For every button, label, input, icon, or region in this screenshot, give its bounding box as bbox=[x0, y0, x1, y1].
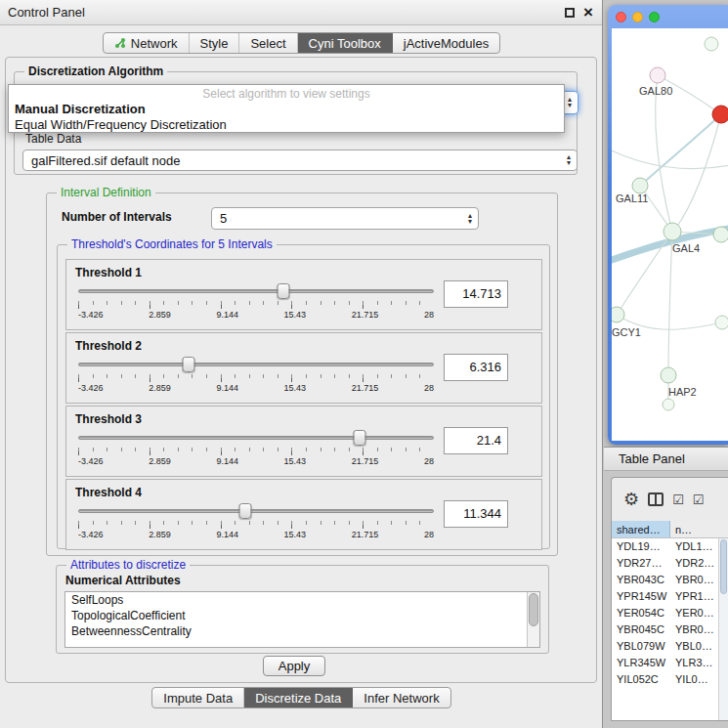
tab-style[interactable]: Style bbox=[190, 33, 240, 53]
table-row[interactable]: YBR043C YBR0… bbox=[612, 572, 718, 588]
slider-ticks bbox=[78, 301, 434, 309]
tick-label: 15.43 bbox=[284, 456, 307, 466]
slider-ticks bbox=[78, 521, 434, 529]
table-row[interactable]: YPR145W YPR1… bbox=[612, 588, 718, 605]
table-row[interactable]: YDL19… YDL1… bbox=[612, 538, 718, 555]
scrollbar-thumb[interactable] bbox=[529, 593, 538, 626]
threshold-value-field[interactable]: 11.344 bbox=[444, 500, 508, 528]
tab-discretize-data[interactable]: Discretize Data bbox=[244, 688, 353, 707]
list-item[interactable]: BetweennessCentrality bbox=[65, 623, 539, 639]
slider-thumb[interactable] bbox=[278, 283, 290, 299]
table-data-label: Table Data bbox=[25, 132, 81, 146]
node-label: GCY1 bbox=[612, 326, 641, 338]
control-panel-titlebar: Control Panel × bbox=[0, 0, 602, 25]
tab-cyni-toolbox[interactable]: Cyni Toolbox bbox=[298, 33, 393, 53]
numerical-attributes-list: SelfLoops TopologicalCoefficient Between… bbox=[64, 591, 540, 648]
table-row[interactable]: YDR27… YDR2… bbox=[612, 555, 718, 572]
combo-stepper-icon[interactable]: ▴▾ bbox=[568, 97, 578, 108]
threshold-value-field[interactable]: 14.713 bbox=[444, 280, 508, 308]
select-all-checkbox-icon[interactable]: ☑ bbox=[672, 493, 684, 506]
network-window: GAL80 GAL11 GAL4 GCY1 HAP2 bbox=[608, 5, 728, 445]
node-label: HAP2 bbox=[668, 386, 697, 398]
threshold-panel: Threshold 4 -3.426 2.859 9.144 bbox=[65, 479, 542, 550]
traffic-light-close-icon[interactable] bbox=[616, 12, 626, 22]
column-header-shared-name[interactable]: shared… bbox=[612, 521, 670, 537]
threshold-slider[interactable] bbox=[78, 282, 434, 300]
tick-label: 28 bbox=[424, 310, 434, 320]
apply-button[interactable]: Apply bbox=[263, 656, 325, 676]
tick-label: 2.859 bbox=[149, 456, 171, 466]
tab-label: Network bbox=[131, 36, 178, 51]
table-row[interactable]: YBR045C YBR0… bbox=[612, 621, 718, 638]
network-canvas[interactable]: GAL80 GAL11 GAL4 GCY1 HAP2 bbox=[612, 28, 728, 441]
tab-impute-data[interactable]: Impute Data bbox=[152, 688, 244, 707]
combo-stepper-icon[interactable]: ▴▾ bbox=[567, 154, 577, 166]
tick-label: 21.715 bbox=[352, 530, 379, 539]
column-header-name[interactable]: n… bbox=[670, 521, 728, 537]
tick-label: 28 bbox=[424, 530, 434, 539]
slider-thumb[interactable] bbox=[353, 430, 365, 446]
table-row[interactable]: YIL052C YIL0… bbox=[612, 671, 718, 688]
table-scrollbar[interactable] bbox=[718, 538, 728, 720]
tab-label: Cyni Toolbox bbox=[309, 36, 381, 51]
spinner-stepper-icon[interactable]: ▴▾ bbox=[468, 213, 478, 225]
interval-definition-group: Interval Definition Number of Intervals … bbox=[46, 193, 558, 556]
bottom-tab-strip: Impute Data Discretize Data Infer Networ… bbox=[0, 687, 603, 708]
tick-label: 21.715 bbox=[352, 310, 379, 320]
num-intervals-label: Number of Intervals bbox=[62, 210, 172, 224]
threshold-value-field[interactable]: 6.316 bbox=[444, 354, 508, 381]
checkbox-icon[interactable]: ☑ bbox=[693, 493, 705, 506]
table-panel-title: Table Panel bbox=[619, 448, 728, 471]
scrollbar-thumb[interactable] bbox=[720, 539, 727, 594]
group-title: Interval Definition bbox=[57, 186, 155, 199]
traffic-light-minimize-icon[interactable] bbox=[632, 12, 643, 22]
traffic-light-zoom-icon[interactable] bbox=[649, 12, 660, 22]
tab-label: Discretize Data bbox=[255, 691, 341, 706]
network-tab-icon bbox=[114, 37, 126, 49]
screen: Control Panel × Network Style bbox=[0, 0, 728, 728]
tick-label: 28 bbox=[424, 383, 434, 393]
float-window-icon[interactable] bbox=[565, 8, 575, 18]
list-item[interactable]: TopologicalCoefficient bbox=[65, 608, 539, 623]
slider-tick-labels: -3.426 2.859 9.144 15.43 21.715 28 bbox=[78, 310, 434, 320]
numerical-attributes-label: Numerical Attributes bbox=[65, 574, 181, 587]
tab-label: Style bbox=[200, 36, 229, 51]
tick-label: 21.715 bbox=[352, 456, 379, 466]
settings-gear-icon[interactable]: ⚙ bbox=[623, 491, 639, 508]
num-intervals-spinner[interactable]: 5 ▴▾ bbox=[211, 207, 479, 230]
slider-track bbox=[78, 509, 434, 513]
top-tab-strip: Network Style Select Cyni Toolbox jActiv… bbox=[0, 32, 603, 54]
slider-thumb[interactable] bbox=[182, 357, 194, 372]
tick-label: -3.426 bbox=[78, 456, 104, 466]
tab-jactivemodules[interactable]: jActiveModules bbox=[393, 33, 499, 53]
tab-select[interactable]: Select bbox=[239, 33, 297, 53]
table-header-row: shared… n… bbox=[612, 521, 728, 538]
threshold-value-field[interactable]: 21.4 bbox=[444, 427, 508, 454]
slider-tick-labels: -3.426 2.859 9.144 15.43 21.715 28 bbox=[78, 383, 434, 393]
threshold-slider[interactable] bbox=[78, 429, 434, 447]
table-toolbar: ⚙ ☑ ☑ bbox=[612, 478, 728, 521]
slider-thumb[interactable] bbox=[239, 503, 252, 519]
columns-icon[interactable] bbox=[648, 492, 664, 506]
tab-network[interactable]: Network bbox=[104, 33, 190, 53]
group-title: Discretization Algorithm bbox=[24, 64, 167, 78]
group-title: Threshold's Coordinates for 5 Intervals bbox=[67, 237, 277, 251]
tick-label: 9.144 bbox=[216, 530, 238, 539]
threshold-slider[interactable] bbox=[78, 356, 434, 373]
close-icon[interactable]: × bbox=[583, 0, 593, 24]
dropdown-option-manual-discretization[interactable]: Manual Discretization bbox=[9, 102, 564, 117]
table-data-select[interactable]: galFiltered.sif default node ▴▾ bbox=[22, 150, 578, 171]
tab-label: Impute Data bbox=[163, 691, 233, 706]
table-row[interactable]: YLR345W YLR3… bbox=[612, 655, 718, 671]
tick-label: 15.43 bbox=[284, 310, 307, 320]
tab-infer-network[interactable]: Infer Network bbox=[353, 688, 450, 707]
threshold-slider[interactable] bbox=[78, 502, 434, 520]
list-item[interactable]: SelfLoops bbox=[65, 592, 539, 608]
table-row[interactable]: YBL079W YBL0… bbox=[612, 638, 718, 655]
list-scrollbar[interactable] bbox=[527, 592, 539, 647]
table-panel-header: Table Panel bbox=[604, 447, 728, 471]
threshold-panel: Threshold 2 -3.426 2.859 9.144 bbox=[65, 332, 542, 404]
dropdown-option-equal-width[interactable]: Equal Width/Frequency Discretization bbox=[9, 117, 564, 133]
table-row[interactable]: YER054C YER0… bbox=[612, 605, 718, 621]
tick-label: 2.859 bbox=[149, 530, 171, 539]
